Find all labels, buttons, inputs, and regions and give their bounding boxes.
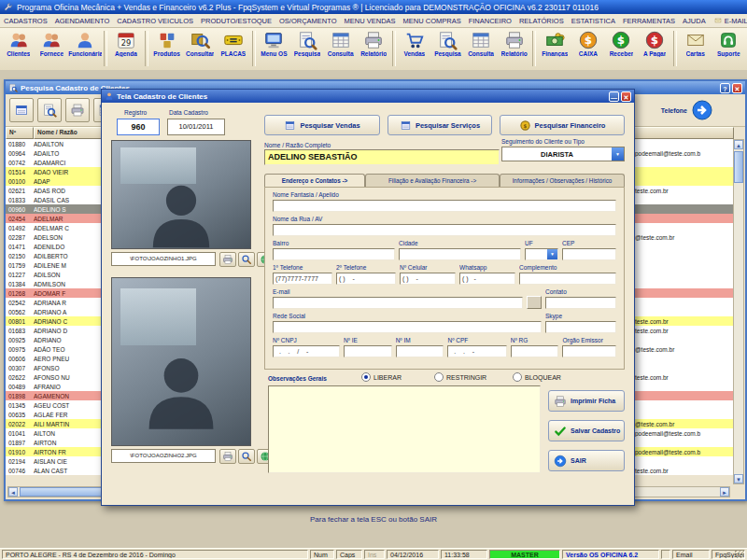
- photo-2-print-button[interactable]: [219, 449, 236, 464]
- bairro-input[interactable]: [273, 248, 395, 260]
- nome-input[interactable]: ADELINO SEBASTIÃO: [264, 149, 500, 165]
- toolbar-pesquisa[interactable]: Pesquisa: [431, 29, 465, 57]
- menu-e-mail[interactable]: E-MAIL: [710, 17, 747, 25]
- horizontal-scroll-thumb[interactable]: [20, 487, 104, 497]
- chevron-down-icon[interactable]: ▼: [612, 147, 624, 161]
- complemento-input[interactable]: [519, 273, 616, 285]
- im-input[interactable]: [396, 345, 444, 357]
- toolbar-a-pagar[interactable]: A Pagar: [638, 29, 671, 57]
- pesquisar-vendas-button[interactable]: Pesquisar Vendas: [264, 115, 380, 135]
- menu-os-or-amento[interactable]: OS/ORÇAMENTO: [275, 17, 341, 25]
- toolbar-menu-os[interactable]: Menu OS: [258, 29, 291, 57]
- menu-financeiro[interactable]: FINANCEIRO: [465, 17, 515, 25]
- menu-ferramentas[interactable]: FERRAMENTAS: [619, 17, 679, 25]
- tab-endereco-contatos[interactable]: Endereço e Contatos ->: [264, 174, 365, 187]
- orgao-emissor-input[interactable]: [562, 345, 616, 357]
- window-close-button[interactable]: ✕: [732, 83, 742, 93]
- rede-social-input[interactable]: [273, 321, 542, 333]
- tab-informacoes-observacoes[interactable]: Informações / Observações / Histórico: [500, 174, 625, 187]
- dialog-titlebar[interactable]: Tela Cadastro de Clientes — ✕: [102, 90, 634, 103]
- toolbar-funcion-ria[interactable]: Funcionária: [68, 29, 102, 57]
- radio-restringir[interactable]: RESTRINGIR: [434, 372, 486, 382]
- telefone2-input[interactable]: ( ) -: [336, 273, 396, 285]
- skype-input[interactable]: [545, 321, 616, 333]
- toolbar-produtos[interactable]: Produtos: [150, 29, 184, 57]
- toolbar-vendas[interactable]: Vendas: [398, 29, 431, 57]
- vertical-scroll-thumb[interactable]: [734, 151, 743, 183]
- photo-1-zoom-button[interactable]: [238, 252, 255, 267]
- whatsapp-input[interactable]: ( ) -: [459, 273, 515, 285]
- contato-input[interactable]: [545, 297, 616, 309]
- photo-1-print-button[interactable]: [219, 252, 236, 267]
- menu-menu-vendas[interactable]: MENU VENDAS: [341, 17, 400, 25]
- toolbar-caixa[interactable]: CAIXA: [571, 29, 605, 57]
- photo-2-zoom-button[interactable]: [238, 449, 255, 464]
- print-list-button[interactable]: [65, 98, 90, 122]
- imprimir-ficha-button[interactable]: Imprimir Ficha: [548, 390, 625, 412]
- observacoes-textarea[interactable]: [268, 385, 541, 473]
- scroll-right-icon[interactable]: ►: [720, 487, 729, 497]
- toolbar-agenda[interactable]: Agenda: [109, 29, 143, 57]
- cpf-input[interactable]: . . -: [447, 345, 506, 357]
- menu-cadastro-veiculos[interactable]: CADASTRO VEICULOS: [113, 17, 197, 25]
- menu-cadastros[interactable]: CADASTROS: [0, 17, 51, 25]
- column-header-num[interactable]: Nº: [6, 127, 34, 139]
- tab-filiacao-avaliacao[interactable]: Filiação e Avaliação Financeira ->: [365, 174, 500, 187]
- pesquisar-servicos-button[interactable]: Pesquisar Serviços: [388, 115, 492, 135]
- rg-input[interactable]: [511, 345, 559, 357]
- scroll-down-icon[interactable]: ▼: [734, 474, 743, 483]
- menu-produto-estoque[interactable]: PRODUTO/ESTOQUE: [197, 17, 275, 25]
- scroll-left-icon[interactable]: ◄: [8, 487, 18, 497]
- menu-agendamento[interactable]: AGENDAMENTO: [51, 17, 114, 25]
- seguimento-combo[interactable]: DIARISTA ▼: [501, 147, 625, 161]
- toolbar-consulta[interactable]: Consulta: [324, 29, 358, 57]
- toolbar-suporte[interactable]: Suporte: [712, 29, 745, 57]
- uf-combo[interactable]: ▼: [525, 248, 558, 260]
- toolbar-cartas[interactable]: Cartas: [679, 29, 712, 57]
- search-record-button[interactable]: [37, 98, 62, 122]
- toolbar-fornece[interactable]: Fornece: [35, 29, 69, 57]
- photo-1-path[interactable]: \FOTO\JOAOZINHO1.JPG: [111, 252, 216, 266]
- help-button[interactable]: ?: [720, 83, 730, 93]
- toolbar-pesquisa[interactable]: Pesquisa: [290, 29, 324, 57]
- sair-button[interactable]: SAIR: [548, 450, 625, 471]
- dialog-minimize-button[interactable]: —: [609, 91, 619, 102]
- salvar-cadastro-button[interactable]: Salvar Cadastro: [548, 420, 625, 441]
- telefone1-input[interactable]: (77)7777-7777: [273, 273, 332, 285]
- ie-input[interactable]: [344, 345, 392, 357]
- cidade-input[interactable]: [399, 248, 521, 260]
- radio-liberar[interactable]: LIBERAR: [361, 372, 402, 382]
- registro-value[interactable]: 960: [117, 119, 160, 135]
- send-email-button[interactable]: [527, 296, 542, 309]
- scroll-up-icon[interactable]: ▲: [734, 140, 743, 149]
- dialog-close-button[interactable]: ✕: [621, 91, 631, 102]
- toolbar-placas[interactable]: PLACAS: [217, 29, 250, 57]
- toolbar-relat-rio[interactable]: Relatório: [357, 29, 390, 57]
- column-header-email[interactable]: [631, 127, 734, 139]
- toolbar-finan-as[interactable]: Finanças: [538, 29, 571, 57]
- toolbar-relat-rio[interactable]: Relatório: [498, 29, 531, 57]
- cep-input[interactable]: [562, 248, 616, 260]
- menu-relat-rios[interactable]: RELATÓRIOS: [515, 17, 568, 25]
- photo-2-path[interactable]: \FOTO\JOAOZINHO2.JPG: [111, 449, 216, 463]
- nome-fantasia-input[interactable]: [273, 200, 616, 212]
- resize-grip[interactable]: [735, 550, 744, 558]
- toolbar-consultar[interactable]: Consultar: [183, 29, 217, 57]
- rua-input[interactable]: [273, 224, 616, 236]
- email-input[interactable]: [273, 297, 523, 309]
- data-cadastro-value[interactable]: 10/01/2011: [167, 119, 225, 135]
- toolbar-clientes[interactable]: Clientes: [2, 29, 35, 57]
- new-record-button[interactable]: [9, 98, 34, 122]
- toolbar-receber[interactable]: Receber: [605, 29, 639, 57]
- menu-estatistica[interactable]: ESTATISTICA: [568, 17, 619, 25]
- status-email[interactable]: Email: [672, 550, 710, 559]
- vertical-scrollbar[interactable]: ▲ ▼: [733, 139, 744, 484]
- menu-menu-compras[interactable]: MENU COMPRAS: [400, 17, 465, 25]
- pesquisar-financeiro-button[interactable]: Pesquisar Financeiro: [500, 115, 625, 135]
- radio-bloquear[interactable]: BLOQUEAR: [513, 372, 561, 382]
- chevron-down-icon[interactable]: ▼: [547, 249, 557, 259]
- celular-input[interactable]: ( ) -: [400, 273, 456, 285]
- toolbar-consulta[interactable]: Consulta: [464, 29, 498, 57]
- search-go-button[interactable]: [691, 99, 713, 121]
- menu-ajuda[interactable]: AJUDA: [679, 17, 710, 25]
